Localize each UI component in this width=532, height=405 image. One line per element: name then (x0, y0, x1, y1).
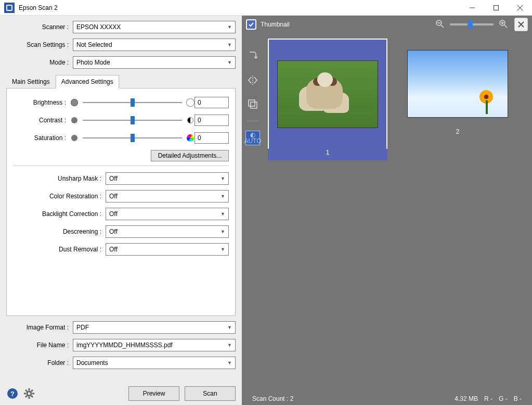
svg-line-19 (504, 25, 507, 28)
brightness-input[interactable] (194, 97, 229, 108)
folder-label: Folder : (6, 359, 73, 366)
contrast-slider[interactable] (83, 116, 182, 124)
chevron-down-icon: ▼ (227, 360, 232, 365)
chevron-down-icon: ▼ (227, 60, 232, 65)
thumbnail-1[interactable]: 1 (268, 40, 387, 160)
contrast-label: Contrast : (13, 117, 70, 124)
chevron-down-icon: ▼ (227, 42, 232, 47)
preview-side-tools: ◐AUTO (242, 33, 264, 393)
saturation-high-icon (186, 134, 194, 142)
descreening-label: Descreening : (13, 228, 106, 235)
contrast-input[interactable] (194, 115, 229, 126)
chevron-down-icon: ▼ (220, 176, 225, 181)
svg-line-12 (31, 396, 33, 397)
image-format-label: Image Format : (6, 324, 73, 331)
dust-removal-select[interactable]: Off▼ (106, 243, 229, 256)
thumbnail-checkbox[interactable] (246, 19, 256, 30)
chevron-down-icon: ▼ (220, 194, 225, 199)
saturation-low-icon (70, 134, 79, 142)
divider (247, 121, 258, 121)
chevron-down-icon: ▼ (220, 229, 225, 234)
thumbnail-image-2 (407, 50, 508, 118)
svg-text:?: ? (10, 390, 14, 398)
zoom-in-icon[interactable] (499, 19, 508, 30)
dust-removal-value: Off (109, 246, 118, 253)
chevron-down-icon: ▼ (220, 247, 225, 252)
folder-value: Documents (76, 359, 108, 366)
close-preview-button[interactable] (514, 18, 528, 31)
unsharp-mask-label: Unsharp Mask : (13, 175, 106, 182)
mode-select[interactable]: Photo Mode▼ (73, 56, 236, 69)
folder-select[interactable]: Documents▼ (73, 357, 236, 369)
color-restoration-select[interactable]: Off▼ (106, 190, 229, 202)
detailed-adjustments-button[interactable]: Detailed Adjustments... (151, 150, 229, 161)
scanner-label: Scanner : (6, 23, 73, 31)
backlight-correction-label: Backlight Correction : (13, 210, 106, 218)
status-r: R - (484, 395, 492, 402)
tabs: Main Settings Advanced Settings (6, 75, 236, 88)
thumbnails-area: 1 2 (264, 33, 532, 393)
saturation-input[interactable] (194, 132, 229, 144)
dust-removal-label: Dust Removal : (13, 246, 106, 253)
thumbnail-label-2: 2 (456, 128, 460, 140)
tab-main-settings[interactable]: Main Settings (6, 75, 56, 88)
status-size: 4.32 MB (455, 395, 478, 402)
minimize-button[interactable] (460, 0, 484, 16)
preview-panel: Thumbnail ◐AUTO 1 2 (242, 16, 532, 405)
mode-value: Photo Mode (76, 59, 110, 66)
help-button[interactable]: ? (6, 387, 19, 400)
mirror-icon[interactable] (245, 73, 260, 87)
thumbnail-2[interactable]: 2 (398, 40, 517, 140)
scan-count: Scan Count : 2 (252, 395, 293, 402)
contrast-high-icon (186, 116, 194, 124)
descreening-value: Off (109, 228, 118, 235)
chevron-down-icon: ▼ (227, 343, 232, 348)
status-g: G - (499, 395, 508, 402)
window-title: Epson Scan 2 (19, 4, 460, 11)
color-restoration-value: Off (109, 193, 118, 200)
chevron-down-icon: ▼ (227, 325, 232, 330)
thumbnail-label-1: 1 (268, 149, 387, 160)
tab-advanced-settings[interactable]: Advanced Settings (56, 75, 119, 88)
svg-rect-1 (494, 5, 499, 10)
saturation-label: Saturation : (13, 134, 70, 142)
svg-rect-26 (251, 102, 257, 108)
zoom-out-icon[interactable] (435, 19, 445, 30)
settings-button[interactable] (23, 387, 35, 400)
scanner-select[interactable]: EPSON XXXXX▼ (73, 21, 236, 33)
select-all-icon[interactable] (245, 97, 260, 111)
brightness-low-icon (70, 98, 79, 107)
svg-line-11 (25, 390, 27, 391)
preview-toolbar: Thumbnail (242, 16, 532, 33)
file-name-select[interactable]: imgYYYYMMDD_HHMMSSSS.pdf▼ (73, 339, 236, 351)
backlight-correction-select[interactable]: Off▼ (106, 208, 229, 220)
auto-adjust-icon[interactable]: ◐AUTO (245, 131, 260, 145)
svg-line-16 (441, 25, 444, 28)
saturation-slider[interactable] (83, 134, 182, 142)
scan-button[interactable]: Scan (185, 386, 236, 401)
close-button[interactable] (508, 0, 532, 16)
zoom-slider[interactable] (450, 23, 494, 26)
brightness-slider[interactable] (83, 98, 182, 107)
scan-settings-select[interactable]: Not Selected▼ (73, 39, 236, 51)
chevron-down-icon: ▼ (227, 24, 232, 30)
preview-button[interactable]: Preview (128, 386, 179, 401)
unsharp-mask-select[interactable]: Off▼ (106, 172, 229, 185)
color-restoration-label: Color Restoration : (13, 193, 106, 200)
file-name-value: imgYYYYMMDD_HHMMSSSS.pdf (76, 341, 173, 349)
settings-panel: Scanner : EPSON XXXXX▼ Scan Settings : N… (0, 16, 242, 405)
rotate-icon[interactable] (245, 49, 260, 64)
status-b: B - (514, 395, 522, 402)
app-icon (4, 3, 15, 13)
tab-body: Brightness : Contrast : Saturation : (6, 88, 236, 316)
thumbnail-label: Thumbnail (261, 21, 290, 28)
scan-settings-value: Not Selected (76, 41, 112, 48)
svg-line-13 (25, 396, 27, 397)
svg-line-14 (31, 390, 33, 391)
status-bar: Scan Count : 2 4.32 MB R - G - B - (242, 393, 532, 405)
descreening-select[interactable]: Off▼ (106, 225, 229, 238)
maximize-button[interactable] (484, 0, 508, 16)
image-format-select[interactable]: PDF▼ (73, 321, 236, 334)
scanner-value: EPSON XXXXX (76, 23, 121, 31)
divider (13, 166, 229, 166)
